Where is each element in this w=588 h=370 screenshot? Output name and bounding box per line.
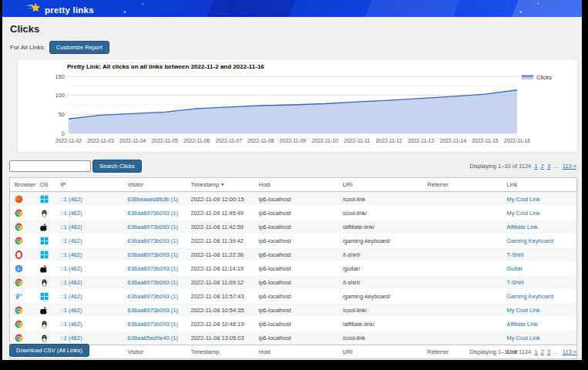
page-title: Clicks	[10, 23, 39, 35]
link-link[interactable]: My Cool Link	[507, 210, 540, 217]
col-uri[interactable]: URI	[338, 345, 423, 359]
svg-text:50: 50	[59, 111, 65, 118]
download-csv-button[interactable]: Download CSV (All Links)	[9, 344, 89, 357]
visitor-link[interactable]: 636beaaed8b3b (1)	[128, 196, 178, 203]
firefox-browser-icon	[15, 195, 23, 204]
col-referrer[interactable]: Referrer	[423, 178, 502, 192]
link-link[interactable]: Gaming Keyboard	[507, 237, 553, 244]
ip-link[interactable]: ::1 (462)	[61, 279, 82, 286]
col-browser[interactable]: Browser	[10, 178, 35, 192]
host-cell: ip6-localhost	[254, 261, 338, 275]
referrer-cell	[423, 317, 502, 331]
host-cell: ip6-localhost	[254, 331, 338, 345]
ip-link[interactable]: ::1 (462)	[61, 251, 82, 258]
visitor-link[interactable]: 636aa8973b093 (1)	[128, 224, 178, 230]
uri-cell: /cool-link/	[338, 303, 423, 317]
link-link[interactable]: My Cool Link	[507, 196, 540, 203]
svg-text:e: e	[16, 292, 20, 301]
ip-link[interactable]: ::1 (462)	[61, 293, 82, 300]
mac-os-icon	[40, 264, 49, 273]
link-link[interactable]: T-Shirt	[507, 279, 524, 286]
uri-cell: /t-shirt/	[338, 247, 423, 261]
pagination-page-2[interactable]: 2	[541, 163, 544, 170]
windows-os-icon	[40, 237, 49, 245]
clicks-area-chart: 0501001502022-11-022022-11-032022-11-042…	[18, 59, 577, 152]
col-uri[interactable]: URI	[338, 178, 423, 192]
pagination-top: Displaying 1–10 of 1124 1 2 3 … 113 »	[469, 163, 576, 170]
linux-os-icon	[40, 334, 49, 342]
col-visitor[interactable]: Visitor	[123, 345, 186, 359]
link-link[interactable]: T-Shirt	[507, 251, 524, 258]
ip-link[interactable]: ::1 (462)	[61, 196, 82, 203]
ip-link[interactable]: ::1 (462)	[61, 335, 82, 341]
visitor-link[interactable]: 636aa8973b093 (1)	[128, 279, 178, 286]
admin-page: pretty links + + + + Clicks For All Link…	[2, 0, 582, 360]
pagination-summary: Displaying 1–10 of 1124	[469, 348, 531, 355]
pagination-page-1[interactable]: 1	[534, 163, 537, 170]
link-link[interactable]: Affiliate Link	[507, 224, 538, 230]
mac-os-icon	[40, 306, 49, 314]
pagination-page-1[interactable]: 1	[534, 348, 537, 355]
svg-text:2022-11-05: 2022-11-05	[152, 138, 178, 143]
search-clicks-button[interactable]: Search Clicks	[92, 160, 142, 173]
clicks-table-wrap: Browser OS IP Visitor Timestamp▼ Host UR…	[9, 177, 577, 359]
visitor-link[interactable]: 636aa8973b093 (1)	[128, 210, 178, 217]
pagination-ellipsis: …	[553, 163, 559, 170]
table-row: ::1 (462)636beaaed8b3b (1)2022-11-09 12:…	[10, 192, 577, 207]
chrome-browser-icon	[15, 320, 23, 328]
table-row: ::1 (462)636aa8973b093 (1)2022-11-09 11:…	[10, 206, 577, 220]
ip-link[interactable]: ::1 (462)	[61, 224, 82, 230]
pagination-ellipsis: …	[553, 348, 559, 355]
clicks-chart-card: Pretty Link: All clicks on all links bet…	[17, 59, 578, 153]
col-host[interactable]: Host	[254, 345, 338, 359]
timestamp-cell: 2022-11-08 10:54:35	[186, 303, 254, 317]
ip-link[interactable]: ::1 (462)	[61, 265, 82, 272]
col-os[interactable]: OS	[35, 178, 56, 192]
pagination-last[interactable]: 113 »	[563, 348, 576, 355]
visitor-link[interactable]: 636aa8973b093 (1)	[128, 321, 178, 328]
referrer-cell	[423, 331, 502, 345]
ie-browser-icon: e	[15, 292, 23, 301]
link-link[interactable]: Affiliate Link	[507, 321, 538, 328]
pagination-page-3[interactable]: 3	[547, 348, 550, 355]
table-row: e::1 (462)636aa8973b093 (1)2022-11-08 10…	[10, 289, 577, 303]
ip-link[interactable]: ::1 (462)	[61, 237, 82, 244]
col-visitor[interactable]: Visitor	[123, 178, 186, 192]
pagination-page-3[interactable]: 3	[547, 163, 550, 170]
uri-cell: /affiliate-link/	[338, 220, 423, 234]
link-link[interactable]: My Cool Link	[507, 335, 540, 341]
pagination-last[interactable]: 113 »	[563, 163, 576, 170]
col-timestamp[interactable]: Timestamp	[186, 345, 254, 359]
col-link[interactable]: Link	[502, 178, 577, 192]
customize-report-button[interactable]: Customize Report	[49, 41, 109, 54]
timestamp-cell: 2022-11-08 11:42:59	[186, 220, 254, 234]
col-host[interactable]: Host	[254, 178, 338, 192]
pagination-page-2[interactable]: 2	[541, 348, 544, 355]
visitor-link[interactable]: 636aa8973b093 (1)	[128, 237, 178, 244]
svg-text:2022-11-14: 2022-11-14	[440, 138, 466, 143]
col-timestamp[interactable]: Timestamp▼	[186, 178, 254, 192]
visitor-link[interactable]: 636aa8973b093 (1)	[128, 307, 178, 314]
ip-link[interactable]: ::1 (462)	[61, 307, 82, 314]
link-link[interactable]: Gaming Keyboard	[507, 293, 553, 300]
ip-link[interactable]: ::1 (462)	[61, 210, 82, 217]
visitor-link[interactable]: 636aa8973b093 (1)	[128, 293, 178, 300]
chrome-browser-icon	[15, 334, 23, 342]
visitor-link[interactable]: 636aa8973b093 (1)	[128, 251, 178, 258]
sparkle-icon: +	[123, 9, 126, 14]
chrome-browser-icon	[15, 306, 23, 314]
chrome-browser-icon	[15, 209, 23, 217]
ip-link[interactable]: ::1 (462)	[61, 321, 82, 328]
link-link[interactable]: Guitar	[507, 265, 522, 272]
table-header-row: Browser OS IP Visitor Timestamp▼ Host UR…	[10, 178, 577, 192]
visitor-link[interactable]: 636aa85ed9e40 (1)	[128, 335, 178, 341]
col-ip[interactable]: IP	[56, 178, 123, 192]
search-input[interactable]	[9, 160, 91, 172]
table-row: ::1 (462)636aa8973b093 (1)2022-11-08 11:…	[10, 275, 577, 289]
svg-text:100: 100	[55, 92, 65, 99]
mac-os-icon	[40, 223, 49, 231]
host-cell: ip6-localhost	[254, 234, 338, 247]
svg-text:2022-11-16: 2022-11-16	[504, 138, 530, 143]
visitor-link[interactable]: 636aa8973b093 (1)	[128, 265, 178, 272]
link-link[interactable]: My Cool Link	[507, 307, 540, 314]
